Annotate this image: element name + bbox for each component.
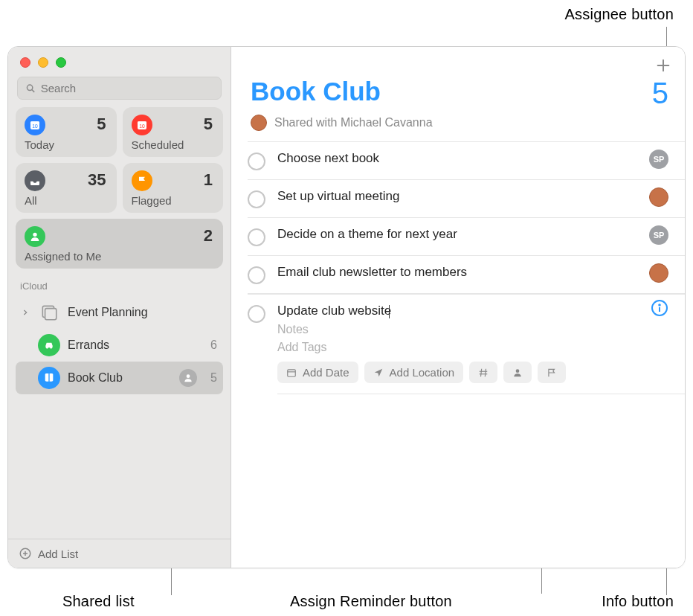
window-controls: [8, 47, 231, 75]
flag-icon: [132, 170, 152, 191]
smart-label: Flagged: [132, 194, 215, 207]
person-icon: [512, 368, 523, 378]
svg-point-25: [516, 369, 520, 373]
shared-icon: [179, 369, 197, 387]
svg-rect-19: [288, 369, 296, 376]
section-title-icloud: iCloud: [16, 277, 223, 296]
add-reminder-button[interactable]: [655, 57, 671, 74]
sidebar: 10 5 Today 10 5 Scheduled 35 All 1 Flagg…: [8, 47, 231, 568]
calendar-icon: 10: [132, 115, 152, 135]
sidebar-list-event[interactable]: Event Planning: [16, 296, 223, 329]
list-count: 5: [210, 371, 217, 385]
reminder-title: Set up virtual meeting: [277, 189, 399, 204]
flag-icon: [547, 368, 557, 378]
add-list-label: Add List: [38, 548, 78, 560]
close-window-button[interactable]: [20, 57, 30, 68]
book-icon: [38, 367, 60, 389]
reminder-checkbox[interactable]: [248, 266, 265, 284]
smart-list-scheduled[interactable]: 10 5 Scheduled: [123, 107, 224, 157]
add-list-button[interactable]: Add List: [8, 539, 231, 568]
reminder-title: Decide on a theme for next year: [277, 227, 457, 242]
sidebar-list-book[interactable]: Book Club 5: [16, 362, 223, 394]
reminder-title: Email club newsletter to members: [277, 265, 467, 280]
add-date-button[interactable]: Add Date: [277, 362, 358, 383]
calendar-icon: [286, 368, 297, 378]
smart-label: Scheduled: [132, 138, 215, 151]
reminder-title-input[interactable]: Update club website: [277, 304, 685, 318]
svg-line-22: [485, 368, 486, 376]
reminder-checkbox[interactable]: [248, 305, 265, 323]
location-icon: [373, 368, 384, 378]
list-count: 5: [652, 77, 668, 110]
list-label: Event Planning: [68, 306, 148, 319]
smart-count: 1: [204, 170, 213, 190]
fullscreen-window-button[interactable]: [56, 57, 66, 68]
smart-label: Today: [25, 138, 108, 151]
app-window: 10 5 Today 10 5 Scheduled 35 All 1 Flagg…: [7, 46, 686, 568]
smart-list-today[interactable]: 10 5 Today: [16, 107, 117, 157]
list-label: Book Club: [68, 371, 123, 385]
person-icon: [25, 226, 45, 247]
svg-point-11: [46, 347, 48, 349]
avatar: [251, 115, 267, 131]
reminder-checkbox[interactable]: [248, 153, 265, 170]
reminder-row[interactable]: Set up virtual meeting: [248, 180, 685, 218]
smart-label: Assigned to Me: [25, 250, 214, 263]
reminder-row-editing[interactable]: Update club website Notes Add Tags Add D…: [248, 294, 685, 394]
sidebar-list-errands[interactable]: Errands 6: [16, 329, 223, 362]
smart-list-flagged[interactable]: 1 Flagged: [123, 163, 224, 213]
reminder-row[interactable]: Email club newsletter to members: [248, 256, 685, 294]
assignee-button[interactable]: SP: [649, 225, 668, 245]
svg-text:10: 10: [32, 123, 38, 129]
plus-circle-icon: [19, 547, 32, 560]
tray-icon: [25, 170, 45, 191]
svg-point-27: [659, 304, 660, 306]
svg-point-13: [187, 374, 190, 378]
list-count: 6: [210, 339, 217, 352]
reminder-tags-field[interactable]: Add Tags: [277, 341, 685, 354]
assignee-button[interactable]: [649, 263, 668, 283]
svg-line-21: [481, 368, 482, 376]
tag-icon: [478, 368, 489, 378]
folder-icon: [38, 301, 60, 324]
assignee-button[interactable]: [649, 187, 668, 207]
reminder-notes-field[interactable]: Notes: [277, 323, 685, 336]
add-location-button[interactable]: Add Location: [364, 362, 464, 383]
info-button[interactable]: [651, 299, 668, 317]
svg-point-12: [50, 347, 52, 349]
reminder-title: Choose next book: [277, 151, 379, 166]
shared-with-row[interactable]: Shared with Michael Cavanna: [231, 110, 685, 141]
callout-info: Info button: [602, 593, 674, 610]
search-input[interactable]: [41, 82, 213, 94]
callout-assign-reminder: Assign Reminder button: [290, 593, 452, 610]
chevron-right-icon[interactable]: [22, 309, 30, 316]
svg-rect-10: [45, 309, 57, 320]
search-icon: [25, 83, 36, 94]
smart-count: 35: [88, 170, 106, 190]
svg-point-0: [27, 85, 32, 90]
list-label: Errands: [68, 339, 109, 352]
reminder-row[interactable]: Choose next book SP: [248, 141, 685, 180]
smart-list-assigned[interactable]: 2 Assigned to Me: [16, 219, 223, 269]
assign-button[interactable]: [503, 362, 532, 383]
calendar-icon: 10: [25, 115, 45, 135]
smart-count: 5: [97, 115, 106, 134]
flag-button[interactable]: [538, 362, 566, 383]
minimize-window-button[interactable]: [38, 57, 48, 68]
smart-count: 5: [204, 115, 213, 134]
svg-line-1: [32, 89, 34, 92]
reminder-checkbox[interactable]: [248, 228, 265, 246]
search-field[interactable]: [17, 77, 222, 100]
smart-list-all[interactable]: 35 All: [16, 163, 117, 213]
svg-point-8: [33, 233, 36, 237]
assignee-button[interactable]: SP: [649, 150, 668, 169]
main-content: Book Club 5 Shared with Michael Cavanna …: [231, 47, 685, 568]
callout-assignee: Assignee button: [565, 6, 674, 23]
svg-text:10: 10: [139, 123, 145, 129]
car-icon: [38, 334, 60, 356]
info-icon: [651, 299, 668, 317]
reminder-row[interactable]: Decide on a theme for next year SP: [248, 218, 685, 256]
tag-button[interactable]: [469, 362, 497, 383]
reminder-checkbox[interactable]: [248, 190, 265, 208]
callout-shared-list: Shared list: [62, 593, 135, 610]
